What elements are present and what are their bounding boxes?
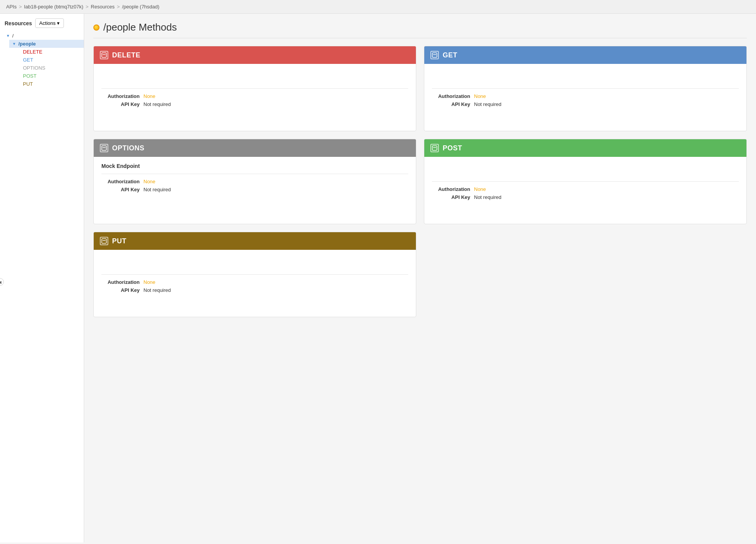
status-dot	[93, 24, 99, 31]
svg-rect-2	[432, 53, 437, 57]
delete-auth-label: Authorization	[101, 93, 143, 99]
put-auth-label: Authorization	[101, 279, 143, 285]
main-layout: Resources Actions ▾ ◀ ▼ / ▼ /people	[0, 14, 756, 542]
put-auth-value: None	[143, 279, 155, 285]
get-method-name: GET	[443, 51, 458, 59]
sidebar-method-get[interactable]: GET	[20, 56, 84, 64]
post-auth-row: Authorization None	[432, 186, 739, 192]
mock-endpoint-label: Mock Endpoint	[101, 163, 408, 169]
sidebar-toggle-button[interactable]: ◀	[0, 278, 4, 286]
breadcrumb-apis[interactable]: APIs	[6, 4, 16, 10]
breadcrumb: APIs > lab18-people (btmq7tz07k) > Resou…	[0, 0, 756, 14]
get-method-icon	[430, 51, 439, 59]
breadcrumb-people[interactable]: /people (7hsdad)	[122, 4, 160, 10]
svg-rect-3	[433, 54, 436, 55]
breadcrumb-sep-1: >	[19, 4, 22, 10]
svg-rect-8	[102, 239, 106, 243]
sidebar-header: Resources Actions ▾	[0, 18, 84, 32]
delete-apikey-row: API Key Not required	[101, 101, 408, 107]
svg-rect-7	[433, 147, 436, 148]
options-auth-value: None	[143, 179, 155, 184]
options-method-name: OPTIONS	[112, 144, 145, 152]
post-apikey-row: API Key Not required	[432, 194, 739, 200]
get-apikey-value: Not required	[474, 101, 502, 107]
method-card-put: PUT Authorization None API Key Not requi…	[93, 232, 416, 317]
options-apikey-row: API Key Not required	[101, 187, 408, 192]
put-apikey-label: API Key	[101, 287, 143, 293]
sidebar-method-post[interactable]: POST	[20, 72, 84, 80]
delete-method-name: DELETE	[112, 51, 140, 59]
resource-tree: ▼ / ▼ /people DELETE GET OPTIONS POST PU…	[0, 32, 84, 88]
options-auth-row: Authorization None	[101, 179, 408, 184]
tree-label-people: /people	[18, 41, 36, 47]
post-method-name: POST	[443, 144, 462, 152]
svg-rect-0	[102, 53, 106, 57]
put-auth-row: Authorization None	[101, 279, 408, 285]
get-apikey-label: API Key	[432, 101, 474, 107]
sidebar: Resources Actions ▾ ◀ ▼ / ▼ /people	[0, 14, 84, 542]
method-card-post: POST Authorization None API Key Not requ…	[424, 139, 747, 224]
post-card-header: POST	[424, 139, 746, 157]
svg-rect-6	[432, 146, 437, 150]
get-auth-value: None	[474, 93, 486, 99]
methods-grid: DELETE Authorization None API Key Not re…	[93, 46, 747, 317]
post-auth-label: Authorization	[432, 186, 474, 192]
delete-auth-value: None	[143, 93, 155, 99]
post-apikey-value: Not required	[474, 194, 502, 200]
method-card-options: OPTIONS Mock Endpoint Authorization None…	[93, 139, 416, 224]
get-card-body: Authorization None API Key Not required	[424, 64, 746, 131]
breadcrumb-resources[interactable]: Resources	[91, 4, 114, 10]
tree-caret-people: ▼	[12, 42, 17, 46]
tree-caret-root: ▼	[6, 34, 11, 38]
tree-label-root: /	[12, 33, 14, 39]
breadcrumb-sep-3: >	[117, 4, 120, 10]
sidebar-method-options[interactable]: OPTIONS	[20, 64, 84, 72]
post-method-icon	[430, 144, 439, 152]
options-apikey-label: API Key	[101, 187, 143, 192]
options-auth-label: Authorization	[101, 179, 143, 184]
sidebar-method-delete[interactable]: DELETE	[20, 48, 84, 56]
get-auth-row: Authorization None	[432, 93, 739, 99]
put-apikey-row: API Key Not required	[101, 287, 408, 293]
put-method-name: PUT	[112, 237, 127, 245]
delete-apikey-label: API Key	[101, 101, 143, 107]
post-card-body: Authorization None API Key Not required	[424, 157, 746, 224]
breadcrumb-lab18[interactable]: lab18-people (btmq7tz07k)	[24, 4, 83, 10]
put-card-body: Authorization None API Key Not required	[94, 250, 416, 317]
options-card-body: Mock Endpoint Authorization None API Key…	[94, 157, 416, 216]
get-card-header: GET	[424, 46, 746, 64]
actions-dropdown-icon: ▾	[57, 20, 60, 26]
tree-item-root[interactable]: ▼ /	[3, 32, 84, 40]
delete-card-body: Authorization None API Key Not required	[94, 64, 416, 131]
method-card-get: GET Authorization None API Key Not requi…	[424, 46, 747, 131]
svg-rect-5	[103, 147, 106, 148]
main-content: /people Methods DELETE	[84, 14, 756, 542]
sidebar-method-put[interactable]: PUT	[20, 80, 84, 88]
get-apikey-row: API Key Not required	[432, 101, 739, 107]
delete-method-icon	[100, 51, 108, 59]
svg-rect-9	[103, 240, 106, 241]
put-apikey-value: Not required	[143, 287, 171, 293]
sidebar-title: Resources	[5, 20, 32, 26]
get-auth-label: Authorization	[432, 93, 474, 99]
toggle-icon: ◀	[0, 280, 2, 284]
actions-button[interactable]: Actions ▾	[35, 18, 64, 28]
actions-label: Actions	[39, 20, 56, 26]
method-card-delete: DELETE Authorization None API Key Not re…	[93, 46, 416, 131]
svg-rect-4	[102, 146, 106, 150]
page-title: /people Methods	[103, 21, 177, 33]
put-card-header: PUT	[94, 232, 416, 250]
delete-apikey-value: Not required	[143, 101, 171, 107]
options-apikey-value: Not required	[143, 187, 171, 192]
options-method-icon	[100, 144, 108, 152]
delete-card-header: DELETE	[94, 46, 416, 64]
method-list: DELETE GET OPTIONS POST PUT	[9, 48, 84, 88]
svg-rect-1	[103, 54, 106, 55]
breadcrumb-sep-2: >	[86, 4, 89, 10]
options-card-header: OPTIONS	[94, 139, 416, 157]
post-apikey-label: API Key	[432, 194, 474, 200]
tree-item-people[interactable]: ▼ /people	[9, 40, 84, 48]
put-method-icon	[100, 237, 108, 245]
page-header: /people Methods	[93, 21, 747, 38]
delete-auth-row: Authorization None	[101, 93, 408, 99]
